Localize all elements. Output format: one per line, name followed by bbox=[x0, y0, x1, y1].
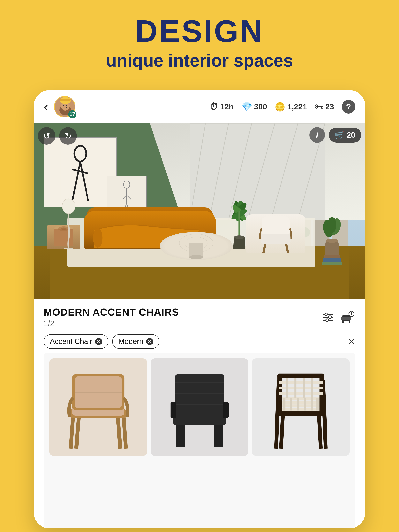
room-overlay-controls: ↺ ↻ bbox=[38, 127, 77, 145]
keys-value: 23 bbox=[325, 102, 334, 111]
app-card: ‹ 17 ⏱ 12h bbox=[34, 90, 365, 528]
svg-rect-102 bbox=[180, 424, 185, 447]
svg-rect-87 bbox=[341, 317, 351, 320]
add-item-button[interactable] bbox=[340, 310, 355, 325]
coins-value: 1,221 bbox=[287, 102, 307, 111]
svg-line-115 bbox=[319, 413, 321, 449]
svg-line-63 bbox=[286, 244, 288, 253]
svg-rect-106 bbox=[175, 374, 225, 416]
category-actions bbox=[320, 310, 355, 325]
diamond-icon: 💎 bbox=[241, 102, 252, 112]
timer-value: 12h bbox=[220, 102, 234, 111]
filter-tag-modern[interactable]: Modern ✕ bbox=[112, 334, 160, 349]
filter-tag-label-2: Modern bbox=[118, 337, 144, 346]
room-preview: ↺ ↻ i 🛒 20 bbox=[34, 123, 365, 298]
cart-button[interactable]: 🛒 20 bbox=[329, 127, 361, 143]
info-button[interactable]: i bbox=[309, 127, 325, 143]
svg-point-82 bbox=[329, 316, 331, 319]
svg-line-114 bbox=[281, 413, 283, 449]
svg-rect-111 bbox=[223, 402, 228, 418]
filter-remove-1[interactable]: ✕ bbox=[95, 338, 102, 345]
svg-rect-58 bbox=[189, 243, 203, 257]
svg-point-4 bbox=[66, 105, 67, 106]
category-row: MODERN ACCENT CHAIRS 1/2 bbox=[44, 304, 355, 330]
svg-rect-6 bbox=[60, 99, 71, 101]
svg-line-62 bbox=[264, 244, 265, 253]
svg-line-93 bbox=[76, 416, 79, 449]
svg-rect-110 bbox=[170, 402, 176, 418]
keys-icon: 🗝 bbox=[315, 102, 323, 112]
svg-rect-77 bbox=[324, 255, 340, 258]
products-grid bbox=[44, 353, 355, 528]
keys-stat: 🗝 23 bbox=[315, 102, 334, 112]
product-card-2[interactable] bbox=[151, 359, 248, 456]
svg-rect-75 bbox=[322, 262, 342, 265]
plant-center bbox=[219, 200, 259, 249]
diamonds-stat: 💎 300 bbox=[241, 102, 267, 112]
plant-right bbox=[312, 214, 352, 267]
svg-point-3 bbox=[63, 105, 64, 106]
header-stats: ⏱ 12h 💎 300 🪙 1,221 🗝 23 ? bbox=[210, 100, 355, 114]
svg-point-53 bbox=[93, 228, 103, 247]
timer-icon: ⏱ bbox=[210, 102, 218, 112]
svg-rect-61 bbox=[261, 234, 291, 244]
filter-remove-2[interactable]: ✕ bbox=[146, 338, 153, 345]
svg-rect-85 bbox=[342, 321, 344, 323]
svg-rect-116 bbox=[276, 410, 326, 416]
bottom-panel: MODERN ACCENT CHAIRS 1/2 bbox=[34, 298, 365, 528]
hero-section: DESIGN unique interior spaces bbox=[106, 16, 293, 71]
room-overlay-right: i 🛒 20 bbox=[309, 127, 361, 143]
product-card-1[interactable] bbox=[50, 359, 147, 456]
hero-title: DESIGN bbox=[106, 16, 293, 47]
svg-rect-103 bbox=[214, 424, 219, 447]
hero-subtitle: unique interior spaces bbox=[106, 51, 293, 71]
svg-rect-137 bbox=[277, 374, 324, 378]
svg-point-70 bbox=[234, 235, 245, 239]
diamonds-value: 300 bbox=[254, 102, 267, 111]
header-bar: ‹ 17 ⏱ 12h bbox=[34, 90, 365, 123]
product-card-3[interactable] bbox=[252, 359, 349, 456]
floor-lamp bbox=[60, 197, 77, 249]
clear-all-button[interactable]: ✕ bbox=[348, 336, 355, 347]
coins-stat: 🪙 1,221 bbox=[275, 102, 307, 112]
svg-line-94 bbox=[117, 416, 120, 449]
svg-point-71 bbox=[326, 239, 338, 243]
redo-button[interactable]: ↻ bbox=[59, 127, 77, 145]
svg-point-81 bbox=[325, 313, 328, 316]
svg-point-52 bbox=[64, 247, 73, 249]
help-button[interactable]: ? bbox=[342, 100, 355, 114]
cart-icon: 🛒 bbox=[335, 130, 344, 140]
back-button[interactable]: ‹ bbox=[44, 100, 48, 114]
avatar[interactable]: 17 bbox=[54, 96, 75, 117]
timer-stat: ⏱ 12h bbox=[210, 102, 234, 112]
undo-button[interactable]: ↺ bbox=[38, 127, 55, 145]
svg-point-74 bbox=[328, 217, 336, 233]
svg-rect-32 bbox=[61, 138, 100, 207]
category-count: 1/2 bbox=[44, 319, 179, 328]
svg-rect-86 bbox=[348, 321, 350, 323]
category-title: MODERN ACCENT CHAIRS bbox=[44, 306, 179, 318]
cart-count: 20 bbox=[347, 131, 355, 139]
svg-rect-76 bbox=[323, 258, 341, 262]
coins-icon: 🪙 bbox=[275, 102, 285, 112]
filter-tag-accent-chair[interactable]: Accent Chair ✕ bbox=[44, 334, 108, 349]
svg-point-83 bbox=[326, 319, 328, 322]
filter-row: Accent Chair ✕ Modern ✕ ✕ bbox=[44, 330, 355, 353]
svg-point-59 bbox=[189, 255, 203, 259]
avatar-level-badge: 17 bbox=[68, 110, 76, 118]
art-frame-1 bbox=[44, 137, 117, 207]
category-info: MODERN ACCENT CHAIRS 1/2 bbox=[44, 306, 179, 328]
filter-tag-label-1: Accent Chair bbox=[50, 337, 92, 346]
filter-button[interactable] bbox=[320, 310, 336, 325]
room-scene: ↺ ↻ i 🛒 20 bbox=[34, 123, 365, 298]
